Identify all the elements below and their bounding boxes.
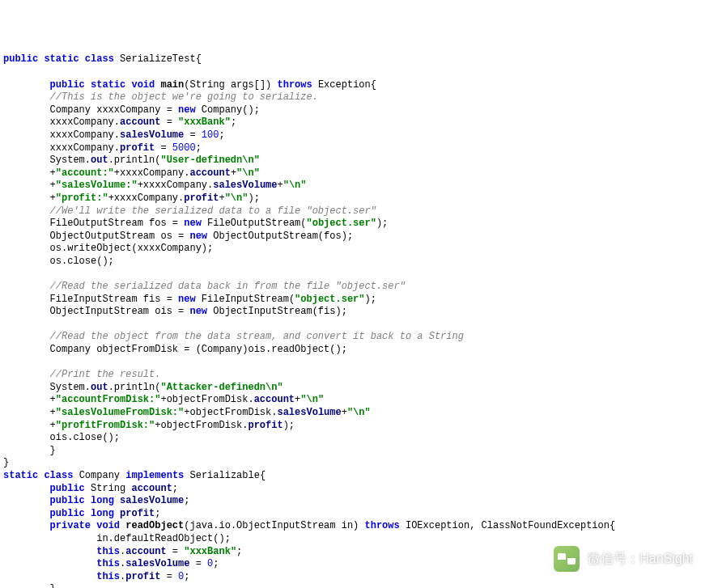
- code-line: [3, 268, 698, 281]
- code-line: xxxxCompany.salesVolume = 100;: [3, 129, 698, 142]
- code-line: static class Company implements Serializ…: [3, 470, 698, 483]
- code-line: [3, 66, 698, 79]
- code-line: private void readObject(java.io.ObjectIn…: [3, 520, 698, 533]
- code-line: System.out.println("User-definedn\n": [3, 154, 698, 167]
- code-block: public static class SerializeTest{ publi…: [3, 53, 698, 588]
- code-line: +"salesVolumeFromDisk:"+objectFromDisk.s…: [3, 407, 698, 420]
- watermark: 微信号：HanSight: [554, 546, 693, 572]
- code-line: ObjectInputStream ois = new ObjectInputS…: [3, 306, 698, 319]
- code-line: public long salesVolume;: [3, 495, 698, 508]
- code-line: +"account:"+xxxxCompany.account+"\n": [3, 167, 698, 180]
- code-line: public static void main(String args[]) t…: [3, 79, 698, 92]
- code-line: }: [3, 457, 698, 470]
- code-line: [3, 357, 698, 370]
- code-line: //Read the object from the data stream, …: [3, 331, 698, 344]
- wechat-icon: [554, 546, 580, 572]
- code-line: //This is the object we're going to seri…: [3, 91, 698, 104]
- code-line: xxxxCompany.profit = 5000;: [3, 142, 698, 155]
- code-line: +"profitFromDisk:"+objectFromDisk.profit…: [3, 420, 698, 433]
- code-line: }: [3, 583, 698, 588]
- code-line: ObjectOutputStream os = new ObjectOutput…: [3, 231, 698, 243]
- code-line: Company objectFromDisk = (Company)ois.re…: [3, 344, 698, 357]
- code-line: os.close();: [3, 256, 698, 269]
- code-line: }: [3, 445, 698, 458]
- code-line: +"profit:"+xxxxCompany.profit+"\n");: [3, 192, 698, 205]
- code-line: [3, 319, 698, 332]
- code-line: Company xxxxCompany = new Company();: [3, 104, 698, 117]
- code-line: public static class SerializeTest{: [3, 53, 698, 66]
- code-line: //Print the result.: [3, 369, 698, 382]
- code-line: +"salesVolume:"+xxxxCompany.salesVolume+…: [3, 180, 698, 192]
- code-line: xxxxCompany.account = "xxxBank";: [3, 116, 698, 129]
- code-line: in.defaultReadObject();: [3, 533, 698, 546]
- code-line: FileInputStream fis = new FileInputStrea…: [3, 294, 698, 307]
- code-line: //Read the serialized data back in from …: [3, 281, 698, 294]
- code-line: //We'll write the serialized data to a f…: [3, 205, 698, 218]
- code-line: FileOutputStream fos = new FileOutputStr…: [3, 218, 698, 231]
- code-line: +"accountFromDisk:"+objectFromDisk.accou…: [3, 394, 698, 407]
- code-line: public long profit;: [3, 508, 698, 521]
- watermark-text: 微信号：HanSight: [588, 551, 693, 568]
- code-line: os.writeObject(xxxxCompany);: [3, 243, 698, 256]
- code-line: public String account;: [3, 483, 698, 496]
- code-line: ois.close();: [3, 432, 698, 445]
- code-line: this.profit = 0;: [3, 571, 698, 584]
- code-line: System.out.println("Attacker-definedn\n": [3, 382, 698, 395]
